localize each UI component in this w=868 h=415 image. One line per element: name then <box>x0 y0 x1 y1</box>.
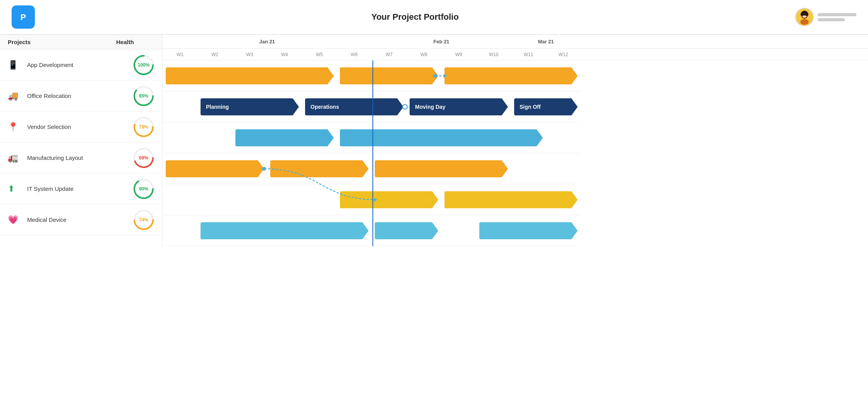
gantt-row <box>163 215 581 246</box>
header: P Your Project Portfolio <box>0 0 868 35</box>
gantt-header: Jan 21Feb 21Mar 21 W1W2W3W4W5W6W7W8W9W10… <box>163 35 868 60</box>
week-row: W1W2W3W4W5W6W7W8W9W10W11W12 <box>163 49 868 60</box>
project-icon: 🚚 <box>8 91 22 101</box>
health-circle: 90% <box>133 178 154 200</box>
projects-column-header: Projects <box>8 39 116 45</box>
column-headers: Projects Health <box>0 35 162 50</box>
week-cell: W11 <box>511 52 546 57</box>
today-line: Today <box>372 35 373 246</box>
gantt-bar <box>444 67 578 84</box>
gantt-bar <box>375 160 508 177</box>
health-value: 85% <box>139 93 148 99</box>
project-list: 📱 App Development 100% 🚚 Office Relocati… <box>0 50 162 235</box>
week-cell: W4 <box>267 52 302 57</box>
week-cell: W3 <box>232 52 267 57</box>
gantt-bar <box>270 160 369 177</box>
project-icon: ⬆ <box>8 184 22 194</box>
gantt-bar: Moving Day <box>410 98 508 115</box>
week-cell: W10 <box>476 52 511 57</box>
gantt-bar <box>340 67 438 84</box>
gantt-bar <box>444 191 578 208</box>
week-cell: W7 <box>372 52 407 57</box>
gantt-bar <box>201 222 369 239</box>
week-cell: W5 <box>302 52 337 57</box>
month-cell: Jan 21 <box>163 39 372 45</box>
week-cell: W2 <box>197 52 232 57</box>
project-name: Medical Device <box>27 216 133 223</box>
gantt-row <box>163 60 581 91</box>
gantt-bar <box>340 129 543 146</box>
health-circle: 85% <box>133 85 154 107</box>
month-row: Jan 21Feb 21Mar 21 <box>163 35 868 49</box>
avatar <box>795 8 814 26</box>
gantt-bar <box>166 160 264 177</box>
logo: P <box>12 5 35 29</box>
gantt-bar <box>235 129 334 146</box>
gantt-bar: Operations <box>305 98 403 115</box>
gantt-row <box>163 122 581 153</box>
user-info <box>818 13 856 21</box>
project-icon: 📍 <box>8 122 22 132</box>
health-circle: 79% <box>133 116 154 138</box>
project-name: IT System Update <box>27 185 133 192</box>
project-row: 📱 App Development 100% <box>0 50 162 81</box>
user-name-line <box>818 13 856 16</box>
user-role-line <box>818 18 845 21</box>
week-cell: W1 <box>163 52 197 57</box>
page-title: Your Project Portfolio <box>371 12 459 22</box>
project-icon: 🚛 <box>8 153 22 163</box>
project-row: 🚚 Office Relocation 85% <box>0 81 162 111</box>
project-row: 💗 Medical Device 74% <box>0 204 162 235</box>
gantt-bar: Planning <box>201 98 299 115</box>
project-name: Vendor Selection <box>27 123 133 130</box>
month-cell: Feb 21 <box>372 39 511 45</box>
project-row: 📍 Vendor Selection 79% <box>0 111 162 142</box>
health-circle: 100% <box>133 54 154 76</box>
project-icon: 📱 <box>8 60 22 70</box>
health-value: 100% <box>138 62 150 68</box>
week-cell: W8 <box>407 52 441 57</box>
project-icon: 💗 <box>8 215 22 225</box>
week-cell: W9 <box>441 52 476 57</box>
gantt-row <box>163 153 581 184</box>
health-circle: 69% <box>133 147 154 169</box>
week-cell: W12 <box>546 52 581 57</box>
gantt-bar <box>340 191 438 208</box>
health-value: 74% <box>139 217 148 223</box>
main-content: Projects Health 📱 App Development 100% 🚚… <box>0 35 868 246</box>
project-row: ⬆ IT System Update 90% <box>0 173 162 204</box>
gantt-bar <box>166 67 334 84</box>
gantt-row: PlanningOperationsMoving DaySign Off <box>163 91 581 122</box>
health-column-header: Health <box>116 39 134 45</box>
health-circle: 74% <box>133 209 154 231</box>
project-name: App Development <box>27 62 133 68</box>
week-cell: W6 <box>337 52 372 57</box>
svg-point-7 <box>801 12 803 16</box>
month-cell: Mar 21 <box>511 39 581 45</box>
svg-point-4 <box>800 19 809 25</box>
health-value: 69% <box>139 155 148 161</box>
svg-text:P: P <box>21 12 26 22</box>
project-name: Office Relocation <box>27 93 133 99</box>
gantt-panel[interactable]: Jan 21Feb 21Mar 21 W1W2W3W4W5W6W7W8W9W10… <box>163 35 868 246</box>
health-value: 90% <box>139 186 148 192</box>
gantt-row <box>163 184 581 215</box>
project-name: Manufacturing Layout <box>27 154 133 161</box>
gantt-bar <box>375 222 438 239</box>
svg-point-8 <box>806 12 808 16</box>
health-value: 79% <box>139 124 148 130</box>
gantt-bar <box>479 222 578 239</box>
project-row: 🚛 Manufacturing Layout 69% <box>0 142 162 173</box>
gantt-body: PlanningOperationsMoving DaySign OffToda… <box>163 60 581 246</box>
user-profile <box>795 8 856 26</box>
gantt-bar: Sign Off <box>514 98 578 115</box>
left-panel: Projects Health 📱 App Development 100% 🚚… <box>0 35 163 246</box>
